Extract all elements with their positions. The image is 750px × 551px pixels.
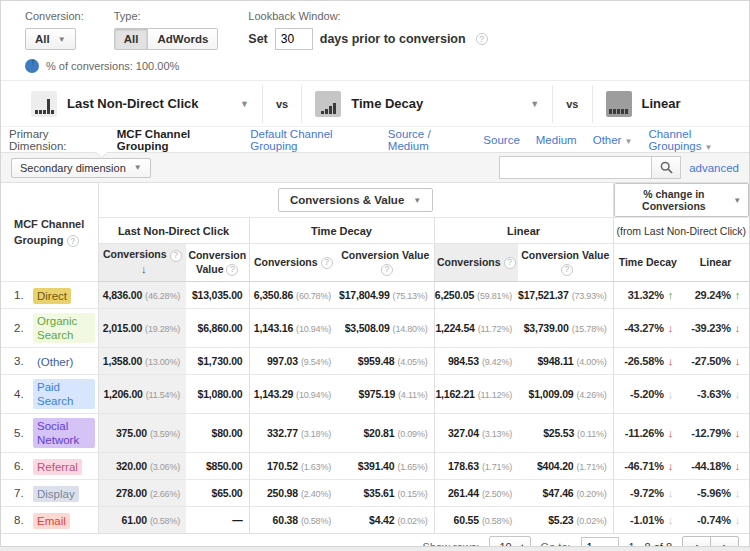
col-header-pct-linear[interactable]: Linear — [682, 244, 749, 282]
goto-label: Go to: — [541, 541, 571, 548]
channel-groupings-dropdown[interactable]: Channel Groupings▼ — [648, 128, 749, 152]
metric-value: 984.53 — [448, 355, 479, 367]
help-icon[interactable]: ? — [226, 264, 238, 276]
goto-page-input[interactable] — [581, 537, 619, 548]
metric-value: 6,250.05 — [435, 289, 474, 301]
help-icon[interactable]: ? — [67, 235, 79, 247]
table-row: 7.Display278.00(2.66%)$65.00250.98(2.40%… — [1, 480, 749, 507]
trend-down-icon: ↓ — [735, 355, 740, 367]
linear-conversions-cell: 327.04(3.13%) — [434, 414, 518, 453]
chevron-down-icon: ▼ — [704, 143, 712, 152]
pct-of-conversions: % of conversions: 100.00% — [46, 60, 179, 72]
help-icon[interactable]: ? — [561, 264, 573, 276]
linear-value-cell: $5.23(0.02%) — [518, 507, 613, 534]
help-icon[interactable]: ? — [321, 257, 333, 269]
metric-value: 1,224.54 — [435, 322, 474, 334]
dimension-default-channel-grouping[interactable]: Default Channel Grouping — [250, 128, 372, 152]
metric-value: $404.20 — [537, 460, 574, 472]
metric-percent: (60.78%) — [296, 291, 331, 301]
type-all-button[interactable]: All — [114, 28, 149, 50]
metric-value: 6,350.86 — [254, 289, 293, 301]
model-slot-2[interactable]: Time Decay ▼ — [315, 91, 539, 117]
chevron-down-icon: ▼ — [413, 196, 421, 205]
dimension-source[interactable]: Source — [483, 134, 519, 146]
linear-value-cell: $404.20(1.71%) — [518, 453, 613, 480]
lndc-value-cell: $1,080.00 — [186, 375, 249, 414]
metric-percent: (14.80%) — [393, 324, 428, 334]
time-decay-conversions-cell: 332.77(3.18%) — [249, 414, 337, 453]
metric-value: 170.52 — [267, 460, 298, 472]
metric-value: $80.00 — [212, 427, 243, 439]
dimension-source-medium[interactable]: Source / Medium — [388, 128, 468, 152]
col-header-td-conversions[interactable]: Conversions? — [249, 244, 337, 282]
show-rows-select[interactable]: 10 ▲▼ — [489, 536, 530, 547]
row-range: 1 - 8 of 8 — [629, 541, 672, 548]
model-slot-3[interactable]: Linear — [606, 91, 681, 117]
metric-percent: (1.71%) — [482, 462, 512, 472]
metric-percent: (0.20%) — [576, 489, 606, 499]
chevron-down-icon[interactable]: ▼ — [530, 99, 539, 109]
comparison-table: MCF Channel Grouping? Conversions & Valu… — [1, 183, 749, 533]
spinner-icon: ▲▼ — [520, 543, 525, 548]
help-icon[interactable]: ? — [476, 33, 488, 45]
time-decay-conversions-cell: 1,143.29(10.94%) — [249, 375, 337, 414]
col-header-pct-time-decay[interactable]: Time Decay — [613, 244, 682, 282]
metric-percent: (46.28%) — [145, 291, 180, 301]
primary-dimension-label: Primary Dimension: — [9, 128, 101, 152]
pct-change-linear-cell: -0.74%↓ — [682, 507, 749, 534]
group-header-time-decay: Time Decay — [249, 218, 434, 244]
channel-label[interactable]: Social Network — [33, 418, 95, 448]
channel-label[interactable]: Direct — [33, 288, 71, 304]
help-icon[interactable]: ? — [381, 264, 393, 276]
channel-label[interactable]: Organic Search — [33, 313, 95, 343]
help-icon[interactable]: ? — [504, 257, 516, 269]
channel-label[interactable]: Paid Search — [33, 379, 95, 409]
next-page-button[interactable]: › — [710, 536, 739, 548]
model-3-label: Linear — [642, 96, 681, 111]
channel-label[interactable]: Email — [33, 513, 70, 529]
row-number: 4. — [1, 375, 29, 414]
pct-change-value: -3.63% — [697, 388, 731, 400]
metric-value: 320.00 — [116, 460, 147, 472]
dimension-other-dropdown[interactable]: Other▼ — [593, 134, 633, 146]
metric-value: $17,521.37 — [518, 289, 569, 301]
conversion-dropdown[interactable]: All ▼ — [25, 28, 76, 50]
advanced-link[interactable]: advanced — [689, 162, 739, 174]
table-row: 5.Social Network375.00(3.59%)$80.00332.7… — [1, 414, 749, 453]
chevron-down-icon[interactable]: ▼ — [240, 99, 249, 109]
table-row: 3.(Other)1,358.00(13.00%)$1,730.00997.03… — [1, 348, 749, 375]
channel-label[interactable]: (Other) — [33, 354, 77, 370]
model-slot-1[interactable]: Last Non-Direct Click ▼ — [31, 91, 249, 117]
help-icon[interactable]: ? — [170, 250, 182, 262]
search-button[interactable] — [651, 156, 681, 179]
metric-value: $35.61 — [363, 487, 394, 499]
dimension-medium[interactable]: Medium — [536, 134, 577, 146]
channel-label[interactable]: Referral — [33, 459, 82, 475]
dimension-mcf-channel-grouping[interactable]: MCF Channel Grouping — [117, 128, 234, 152]
conversion-label: Conversion: — [25, 10, 84, 22]
lookback-days-input[interactable] — [275, 28, 313, 50]
type-adwords-button[interactable]: AdWords — [148, 28, 218, 50]
channel-label[interactable]: Display — [33, 486, 79, 502]
linear-value-cell: $25.53(0.11%) — [518, 414, 613, 453]
search-input[interactable] — [499, 156, 651, 179]
pct-change-value: -46.71% — [624, 460, 664, 472]
pct-change-time-decay-cell: -5.20%↓ — [613, 375, 682, 414]
lndc-value-cell: $65.00 — [186, 480, 249, 507]
col-header-lndc-conversions[interactable]: Conversions?↓ — [98, 244, 186, 282]
col-header-lndc-value[interactable]: Conversion Value? — [186, 244, 249, 282]
metric-percent: (0.11%) — [577, 429, 606, 439]
metric-percent: (3.59%) — [150, 429, 180, 439]
col-header-linear-conversions[interactable]: Conversions? — [434, 244, 518, 282]
secondary-dimension-dropdown[interactable]: Secondary dimension ▼ — [11, 158, 151, 178]
pct-change-dropdown[interactable]: % change in Conversions ▼ — [614, 183, 750, 217]
metric-percent: (11.12%) — [478, 390, 512, 400]
previous-page-button[interactable]: ‹ — [682, 536, 711, 548]
col-header-td-value[interactable]: Conversion Value? — [337, 244, 434, 282]
table-footer: Show rows: 10 ▲▼ Go to: 1 - 8 of 8 ‹ › — [1, 533, 749, 547]
col-header-linear-value[interactable]: Conversion Value? — [518, 244, 613, 282]
channel-cell: Organic Search — [29, 309, 98, 348]
metric-dropdown[interactable]: Conversions & Value ▼ — [278, 188, 433, 212]
metric-percent: (75.13%) — [393, 291, 428, 301]
trend-down-icon: ↓ — [668, 388, 673, 400]
